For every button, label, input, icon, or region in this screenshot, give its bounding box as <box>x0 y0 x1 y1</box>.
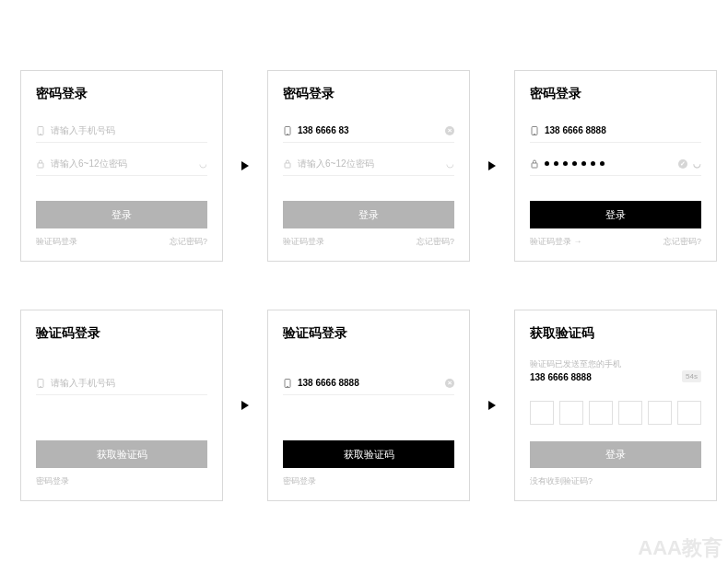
card-title: 密码登录 <box>530 86 701 102</box>
code-box[interactable] <box>559 401 583 425</box>
password-login-link[interactable]: 密码登录 <box>36 475 69 487</box>
eye-icon[interactable]: ◡ <box>693 158 701 169</box>
flow-arrow <box>481 399 503 412</box>
password-input[interactable]: ◡ <box>530 152 701 176</box>
phone-icon <box>36 126 45 135</box>
svg-rect-7 <box>534 134 535 135</box>
phone-input[interactable]: 请输入手机号码 <box>36 371 207 395</box>
code-box[interactable] <box>530 401 554 425</box>
get-code-button[interactable]: 获取验证码 <box>283 440 454 468</box>
watermark: AAA教育 <box>638 534 722 562</box>
phone-icon <box>283 379 292 388</box>
phone-input[interactable]: 请输入手机号码 <box>36 119 207 143</box>
check-icon <box>678 159 687 169</box>
eye-icon[interactable]: ◡ <box>446 158 454 169</box>
card-password-login-empty: 密码登录 请输入手机号码 请输入6~12位密码 ◡ 登录 验证码登录 忘记密码? <box>20 70 223 262</box>
get-code-button[interactable]: 获取验证码 <box>36 440 207 468</box>
wireframe-grid: 密码登录 请输入手机号码 请输入6~12位密码 ◡ 登录 验证码登录 忘记密码?… <box>0 0 728 562</box>
svg-rect-12 <box>287 386 288 387</box>
lock-icon <box>283 159 292 169</box>
phone-input[interactable]: 138 6666 8888 <box>530 119 701 143</box>
sent-message: 验证码已发送至您的手机 <box>530 358 621 370</box>
phone-display: 138 6666 8888 <box>530 372 621 382</box>
phone-value: 138 6666 8888 <box>545 125 701 135</box>
phone-icon <box>36 379 45 388</box>
phone-placeholder: 请输入手机号码 <box>51 377 207 390</box>
phone-icon <box>283 126 292 135</box>
flow-arrow <box>234 159 256 172</box>
svg-rect-4 <box>287 134 288 135</box>
svg-rect-2 <box>38 163 43 168</box>
card-password-login-filled: 密码登录 138 6666 8888 ◡ 登录 验证码登录 → 忘记密码? <box>514 70 717 262</box>
login-button[interactable]: 登录 <box>36 201 207 228</box>
card-enter-code: 获取验证码 验证码已发送至您的手机 138 6666 8888 54s 登录 没… <box>514 310 717 501</box>
login-button[interactable]: 登录 <box>530 201 701 228</box>
forgot-password-link[interactable]: 忘记密码? <box>170 236 207 248</box>
card-title: 密码登录 <box>36 86 207 102</box>
sms-login-link[interactable]: 验证码登录 → <box>530 236 582 248</box>
clear-icon[interactable] <box>445 379 454 388</box>
lock-icon <box>530 159 539 169</box>
svg-rect-5 <box>285 163 290 168</box>
card-password-login-phone: 密码登录 138 6666 83 请输入6~12位密码 ◡ 登录 验证码登录 忘… <box>267 70 470 262</box>
forgot-password-link[interactable]: 忘记密码? <box>417 236 454 248</box>
code-box[interactable] <box>618 401 642 425</box>
code-box[interactable] <box>589 401 613 425</box>
password-input[interactable]: 请输入6~12位密码 ◡ <box>283 152 454 176</box>
phone-value: 138 6666 83 <box>298 125 440 135</box>
flow-arrow <box>234 399 256 412</box>
password-input[interactable]: 请输入6~12位密码 ◡ <box>36 152 207 176</box>
eye-icon[interactable]: ◡ <box>199 158 207 169</box>
card-title: 验证码登录 <box>283 325 454 342</box>
login-button[interactable]: 登录 <box>283 201 454 228</box>
phone-input[interactable]: 138 6666 83 <box>283 119 454 143</box>
phone-value: 138 6666 8888 <box>298 378 440 388</box>
code-box[interactable] <box>677 401 701 425</box>
flow-arrow <box>481 159 503 172</box>
svg-rect-1 <box>40 134 41 135</box>
code-box[interactable] <box>648 401 672 425</box>
password-placeholder: 请输入6~12位密码 <box>298 158 440 170</box>
card-sms-login-phone: 验证码登录 138 6666 8888 获取验证码 密码登录 <box>267 310 470 501</box>
login-button[interactable]: 登录 <box>530 441 701 468</box>
resend-link[interactable]: 没有收到验证码? <box>530 475 593 487</box>
card-title: 验证码登录 <box>36 325 207 342</box>
svg-rect-8 <box>532 163 537 168</box>
password-dots <box>545 161 673 166</box>
card-title: 密码登录 <box>283 86 454 102</box>
card-sms-login-empty: 验证码登录 请输入手机号码 获取验证码 密码登录 <box>20 310 223 501</box>
sms-login-link[interactable]: 验证码登录 <box>283 236 324 248</box>
phone-icon <box>530 126 539 135</box>
code-input-group[interactable] <box>530 401 701 425</box>
password-login-link[interactable]: 密码登录 <box>283 475 316 487</box>
svg-rect-10 <box>40 386 41 387</box>
lock-icon <box>36 159 45 169</box>
countdown-badge: 54s <box>682 370 701 382</box>
password-placeholder: 请输入6~12位密码 <box>51 158 194 170</box>
phone-input[interactable]: 138 6666 8888 <box>283 371 454 395</box>
forgot-password-link[interactable]: 忘记密码? <box>663 236 701 248</box>
clear-icon[interactable] <box>445 126 454 135</box>
card-title: 获取验证码 <box>530 325 701 342</box>
phone-placeholder: 请输入手机号码 <box>51 124 207 137</box>
sms-login-link[interactable]: 验证码登录 <box>36 236 77 248</box>
